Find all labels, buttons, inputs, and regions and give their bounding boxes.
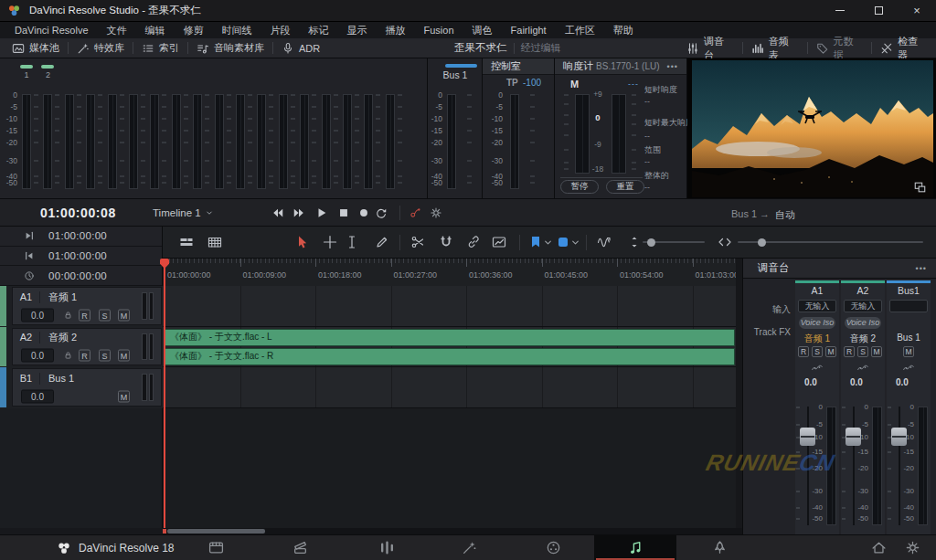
options-menu-icon[interactable]: ••• (916, 264, 927, 273)
waveform-tool[interactable] (597, 235, 612, 249)
page-button-edit[interactable] (379, 540, 395, 555)
s-button[interactable]: S (99, 350, 111, 362)
lock-icon[interactable] (63, 351, 73, 361)
stop-button[interactable] (337, 206, 350, 219)
lock-icon[interactable] (63, 310, 73, 320)
timeline-vertical-scrollbar[interactable] (736, 259, 742, 528)
chevron-down-tool[interactable] (571, 238, 580, 247)
menu-item-11[interactable]: Fairlight (502, 25, 556, 36)
menu-item-7[interactable]: 显示 (338, 24, 377, 37)
fastforward-button[interactable] (292, 206, 305, 219)
page-button-color[interactable] (546, 540, 561, 555)
clip-color-tool[interactable] (556, 235, 570, 249)
mixer-strip-A2[interactable]: A2无输入Voice Iso音频 2RSM0.00-5-10-15-20-30-… (841, 280, 885, 534)
m-button[interactable]: M (118, 350, 130, 362)
toggle-metadata[interactable]: 元数据 (808, 38, 872, 58)
strip-gain-value[interactable]: 0.0 (896, 377, 931, 387)
audio-clip-L[interactable]: 《体面》 - 于文文.flac - L (164, 329, 735, 346)
titlebar[interactable]: DaVinci Resolve Studio - 歪果不求仁 × (0, 0, 936, 22)
menu-item-10[interactable]: 调色 (463, 24, 502, 37)
toggle-adr-mic[interactable]: ADR (273, 38, 328, 58)
toggle-meters[interactable]: 音频表 (743, 38, 807, 58)
voice-iso-badge[interactable]: Voice Iso (845, 317, 881, 329)
close-button[interactable]: × (898, 0, 936, 21)
timeline-selector[interactable]: Timeline 1 (153, 207, 213, 218)
input-selector[interactable]: 无输入 (844, 300, 882, 312)
fader-knob[interactable] (800, 428, 815, 446)
page-button-deliver[interactable] (712, 540, 728, 555)
control-room-header[interactable]: 控制室 (483, 58, 554, 75)
page-button-media[interactable] (208, 540, 224, 555)
m-button[interactable]: M (903, 346, 914, 357)
snap-tool[interactable] (439, 235, 453, 249)
play-button[interactable] (315, 206, 328, 219)
horizontal-zoom-knob[interactable] (758, 238, 766, 247)
scissors-tool[interactable] (410, 235, 425, 249)
track-header-A2[interactable]: A2音频 20.0RSM (0, 327, 163, 368)
menu-item-2[interactable]: 编辑 (136, 24, 175, 37)
r-button[interactable]: R (798, 346, 809, 357)
track-lane-B1[interactable] (163, 367, 742, 408)
rewind-button[interactable] (271, 206, 284, 219)
menu-item-13[interactable]: 帮助 (604, 24, 643, 37)
menu-item-9[interactable]: Fusion (415, 25, 463, 36)
track-header-B1[interactable]: B1Bus 10.0M (0, 367, 163, 408)
ibeam-tool[interactable] (345, 235, 359, 249)
pointer-tool[interactable] (294, 235, 309, 249)
m-button[interactable]: M (871, 346, 882, 357)
menu-item-4[interactable]: 时间线 (213, 24, 261, 37)
toggle-index[interactable]: 索引 (133, 38, 187, 58)
s-button[interactable]: S (812, 346, 823, 357)
automation-settings-button[interactable] (430, 206, 442, 219)
voice-iso-badge[interactable]: Voice Iso (799, 317, 835, 329)
minimize-button[interactable] (821, 0, 859, 21)
timeline-empty-area[interactable] (163, 408, 742, 528)
menu-item-12[interactable]: 工作区 (556, 24, 604, 37)
record-button[interactable] (357, 206, 370, 219)
playhead[interactable] (164, 259, 165, 528)
r-button[interactable]: R (844, 346, 855, 357)
menu-item-0[interactable]: DaVinci Resolve (5, 25, 98, 36)
keyframe-tool[interactable] (492, 235, 506, 249)
timeline-lanes[interactable]: 《体面》 - 于文文.flac - L《体面》 - 于文文.flac - R (163, 286, 742, 408)
track-lane-A2[interactable]: 《体面》 - 于文文.flac - L《体面》 - 于文文.flac - R (163, 327, 742, 368)
toggle-media-pool[interactable]: 媒体池 (4, 38, 68, 58)
vertical-zoom-knob[interactable] (647, 238, 655, 247)
hzoom-tool[interactable] (718, 235, 732, 249)
loudness-header[interactable]: 响度计 BS.1770-1 (LU) ••• (555, 58, 686, 75)
fader-knob[interactable] (891, 428, 907, 446)
monitor-mode-label[interactable]: 自动 (775, 208, 795, 222)
m-button[interactable]: M (825, 346, 836, 357)
s-button[interactable]: S (857, 346, 868, 357)
toggle-sound-library[interactable]: 音响素材库 (188, 38, 272, 58)
chevron-down-tool[interactable] (544, 238, 552, 247)
reset-button[interactable]: 重置 (606, 180, 644, 194)
r-button[interactable]: R (79, 309, 90, 321)
page-button-fairlight-active[interactable] (594, 535, 676, 560)
settings-button[interactable] (905, 540, 920, 555)
menu-item-3[interactable]: 修剪 (175, 24, 213, 37)
pause-button[interactable]: 暂停 (560, 180, 599, 194)
menu-item-1[interactable]: 文件 (98, 24, 136, 37)
track-gain[interactable]: 0.0 (21, 390, 54, 404)
monitor-bus-label[interactable]: Bus 1 (731, 208, 757, 219)
scrollbar-thumb[interactable] (167, 529, 265, 534)
vzoom-tool[interactable] (627, 235, 642, 249)
menu-item-8[interactable]: 播放 (377, 24, 415, 37)
s-button[interactable]: S (99, 309, 111, 321)
toggle-inspector[interactable]: 检查器 (872, 38, 936, 58)
r-button[interactable]: R (79, 350, 90, 362)
track-lane-A1[interactable] (163, 286, 742, 327)
timeline-ruler[interactable]: 01:00:00:0001:00:09:0001:00:18:0001:00:2… (163, 259, 742, 286)
automation-toggle-button[interactable] (409, 206, 421, 219)
input-selector[interactable] (889, 300, 928, 312)
track-gain[interactable]: 0.0 (21, 308, 54, 322)
page-button-fusion[interactable] (462, 540, 477, 555)
home-button[interactable] (871, 540, 887, 555)
m-button[interactable]: M (118, 391, 130, 403)
grid-view-tool[interactable] (207, 235, 222, 249)
mixer-strip-Bus1[interactable]: Bus1Bus 1M0.00-5-10-15-20-30-40-50 (887, 280, 931, 534)
range-tool[interactable] (323, 235, 337, 249)
input-selector[interactable]: 无输入 (798, 300, 836, 312)
audio-clip-R[interactable]: 《体面》 - 于文文.flac - R (164, 348, 735, 365)
